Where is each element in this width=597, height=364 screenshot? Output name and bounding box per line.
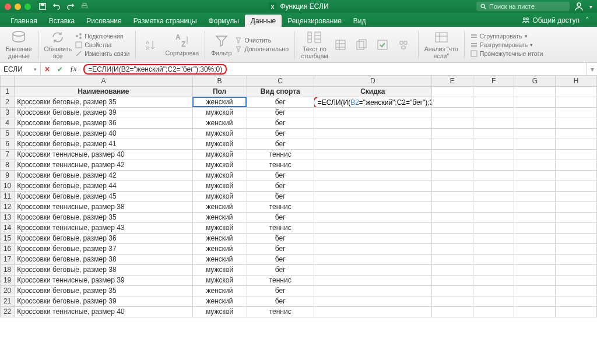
cell[interactable] [556,160,597,170]
cell[interactable] [514,243,556,254]
cell[interactable] [431,97,473,107]
cell[interactable] [473,233,514,243]
cell[interactable] [473,170,514,181]
cell[interactable] [314,254,431,264]
data-validation-button[interactable] [374,37,391,52]
cell[interactable]: Кроссовки беговые, размер 35 [15,97,192,107]
row-header[interactable]: 15 [1,233,15,243]
cell[interactable] [431,222,473,233]
cell[interactable] [556,264,597,275]
row-header[interactable]: 13 [1,212,15,222]
cell[interactable] [473,243,514,254]
cell[interactable]: женский [192,97,247,107]
tab-рисование[interactable]: Рисование [80,15,127,27]
cell[interactable] [473,86,514,97]
cell[interactable]: бег [247,191,314,202]
cell[interactable] [556,191,597,202]
cell[interactable] [314,243,431,254]
ungroup-button[interactable]: Разгруппировать▾ [470,41,543,48]
print-icon[interactable] [80,2,89,11]
cell[interactable]: бег [247,264,314,275]
row-header[interactable]: 20 [1,285,15,296]
user-account-icon[interactable] [574,2,584,11]
cell[interactable]: бег [247,212,314,222]
cell[interactable]: женский [192,243,247,254]
cell[interactable]: мужской [192,128,247,139]
cell[interactable] [431,254,473,264]
formula-input[interactable]: =ЕСЛИ(И(B2="женский";C2="бег");30%;0) [80,63,587,75]
cell[interactable] [473,212,514,222]
cell[interactable]: мужской [192,107,247,118]
cell[interactable]: бег [247,107,314,118]
clear-filter-button[interactable]: Очистить [235,37,289,44]
cell[interactable]: теннис [247,222,314,233]
cell[interactable] [473,160,514,170]
cell[interactable] [556,285,597,296]
cell[interactable] [556,222,597,233]
cell[interactable]: Кроссовки беговые, размер 37 [15,243,192,254]
tab-главная[interactable]: Главная [5,15,43,27]
cell[interactable]: бег [247,97,314,107]
cell[interactable] [556,306,597,317]
row-header[interactable]: 5 [1,128,15,139]
cell[interactable] [314,149,431,160]
cell[interactable] [431,285,473,296]
cell[interactable] [556,86,597,97]
fullscreen-window-icon[interactable] [24,3,31,10]
row-header[interactable]: 18 [1,264,15,275]
cell[interactable] [431,128,473,139]
cell[interactable] [431,170,473,181]
cell[interactable] [556,275,597,285]
cell[interactable]: женский [192,212,247,222]
tab-вид[interactable]: Вид [347,15,372,27]
cell[interactable]: бег [247,118,314,128]
cell[interactable] [514,139,556,149]
cell[interactable] [314,212,431,222]
cell[interactable] [314,233,431,243]
row-header[interactable]: 1 [1,86,15,97]
cell[interactable]: теннис [247,306,314,317]
flash-fill-button[interactable] [332,37,349,52]
cell[interactable] [314,118,431,128]
cell[interactable]: мужской [192,275,247,285]
cell[interactable]: Вид спорта [247,86,314,97]
cell[interactable] [556,212,597,222]
row-header[interactable]: 16 [1,243,15,254]
cell[interactable] [473,285,514,296]
row-header[interactable]: 19 [1,275,15,285]
what-if-button[interactable]: Анализ "что если" [424,30,458,59]
cell[interactable]: бег [247,243,314,254]
cell[interactable]: женский [192,254,247,264]
group-button[interactable]: Сгруппировать▾ [470,33,543,40]
cell[interactable] [556,233,597,243]
row-header[interactable]: 14 [1,222,15,233]
cell[interactable] [314,107,431,118]
search-box[interactable]: Поиск на листе [476,2,570,11]
cell-editor[interactable]: =ЕСЛИ(И(B2="женский";C2="бег");30%;0) [314,97,431,107]
cell[interactable]: Пол [192,86,247,97]
cell[interactable]: бег [247,181,314,191]
cell[interactable] [431,296,473,306]
cell[interactable]: Скидка [314,86,431,97]
cell[interactable] [314,181,431,191]
chevron-down-icon[interactable]: ▾ [589,3,592,10]
properties-button[interactable]: Свойства [75,41,129,48]
external-data-button[interactable]: Внешние данные [6,30,32,59]
cell[interactable] [314,306,431,317]
cell[interactable]: Кроссовки теннисные, размер 40 [15,149,192,160]
share-button[interactable]: Общий доступ [522,16,580,24]
cell[interactable]: женский [192,202,247,212]
cell[interactable] [314,296,431,306]
cancel-formula-button[interactable]: ✕ [41,65,54,73]
cell[interactable]: мужской [192,139,247,149]
minimize-window-icon[interactable] [15,3,21,10]
cell[interactable]: Кроссовки беговые, размер 40 [15,128,192,139]
cell[interactable]: мужской [192,222,247,233]
close-window-icon[interactable] [5,3,11,10]
cell[interactable] [514,275,556,285]
row-header[interactable]: 8 [1,160,15,170]
cell[interactable] [473,306,514,317]
cell[interactable] [556,139,597,149]
cell[interactable]: мужской [192,306,247,317]
cell[interactable] [514,170,556,181]
